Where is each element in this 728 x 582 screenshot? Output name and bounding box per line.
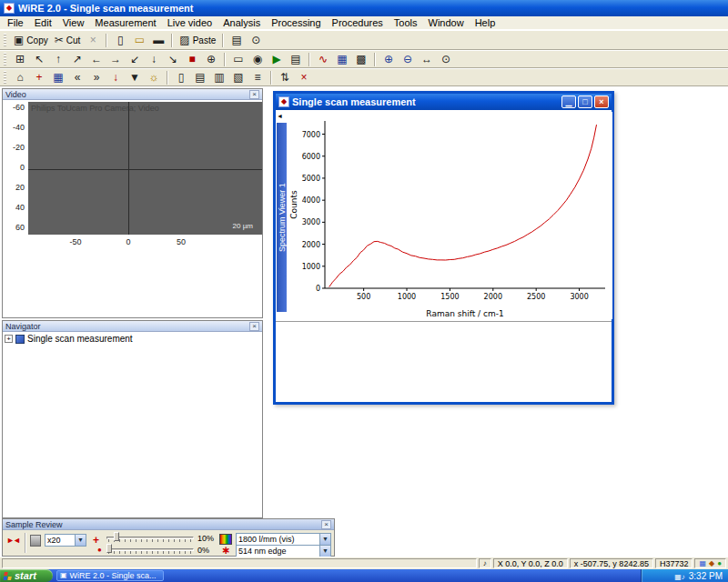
menu-item[interactable]: Window	[423, 17, 470, 28]
close-icon[interactable]: ×	[249, 90, 259, 99]
jog-left-icon[interactable]: ←	[87, 51, 106, 67]
spectrum-window-title-bar[interactable]: ◆ Single scan measurement ▁ □ ×	[276, 94, 612, 110]
print-preview-button[interactable]: ⊙	[247, 31, 265, 49]
chevron-down-icon[interactable]: ▼	[319, 546, 330, 557]
axis-tick-label: -50	[66, 237, 86, 246]
volume-status[interactable]: ♪	[479, 558, 491, 568]
focus-slider[interactable]	[106, 544, 194, 554]
menu-item[interactable]: View	[57, 17, 90, 28]
menu-item[interactable]: Procedures	[327, 17, 389, 28]
instrument-setup-icon[interactable]: ⌂	[11, 69, 29, 85]
grating-selector[interactable]: 1800 l/mm (vis) ▼	[236, 533, 331, 546]
focus-down-icon[interactable]: ↓	[106, 69, 125, 85]
stage-navigator-icon[interactable]: ⊞	[11, 51, 29, 67]
tree-expand-icon[interactable]: +	[5, 335, 13, 343]
sample-review-caption[interactable]: Sample Review ×	[3, 519, 334, 530]
paste-button[interactable]: ▨ Paste	[177, 31, 218, 49]
laser-shutter-icon[interactable]: ►◄	[6, 536, 19, 545]
jog-up-right-icon[interactable]: ↗	[68, 51, 86, 67]
copy-button[interactable]: ▣ Copy	[11, 31, 51, 49]
slider-thumb[interactable]	[114, 532, 119, 541]
beam-crosshair-icon[interactable]: +	[93, 534, 99, 547]
menu-item[interactable]: Help	[470, 17, 501, 28]
live-video-icon[interactable]: ▶	[268, 51, 286, 67]
queue-icon[interactable]: ⇅	[276, 69, 294, 85]
step-forward-icon[interactable]: »	[87, 69, 106, 85]
menu-item[interactable]: Tools	[389, 17, 423, 28]
save-file-button[interactable]: ▬	[149, 31, 167, 49]
clock[interactable]: 3:32 PM	[689, 571, 723, 581]
menu-item[interactable]: Edit	[29, 17, 57, 28]
toolbar-grip[interactable]	[4, 34, 6, 46]
filter-selector[interactable]: 514 nm edge ▼	[236, 545, 331, 557]
video-panel-caption[interactable]: Video ×	[3, 89, 262, 100]
fit-view-icon[interactable]: ⊙	[437, 51, 455, 67]
map-view-icon[interactable]: ▦	[333, 51, 351, 67]
menu-item[interactable]: Analysis	[217, 17, 266, 28]
spectrum-chart[interactable]: 5001000150020002500300001000200030004000…	[288, 112, 612, 319]
new-window-icon[interactable]: ▯	[172, 69, 190, 85]
objective-selector[interactable]: x20 ▼	[45, 534, 86, 547]
window-controls: ▁ □ ×	[560, 95, 609, 108]
jog-up-icon[interactable]: ↑	[49, 51, 67, 67]
beam-align-icon[interactable]: +	[30, 69, 48, 85]
report-icon[interactable]: ▤	[191, 69, 209, 85]
cut-button[interactable]: ✂ Cut	[52, 31, 84, 49]
video-options-icon[interactable]: ▤	[287, 51, 305, 67]
chevron-down-icon[interactable]: ▼	[319, 534, 330, 545]
slider-thumb[interactable]	[106, 544, 112, 553]
zoom-out-icon[interactable]: ⊖	[399, 51, 417, 67]
toolbar-button-icon: ↔	[421, 54, 432, 65]
grid-view-icon[interactable]: ▧	[229, 69, 248, 85]
layout-icon[interactable]: ▥	[210, 69, 228, 85]
jog-right-icon[interactable]: →	[106, 51, 125, 67]
maximize-button[interactable]: □	[578, 95, 592, 108]
toolbar-button-icon: ▭	[233, 54, 243, 65]
live-video-image[interactable]: Philips ToUcam Pro Camera; Video 20 µm	[28, 102, 262, 235]
jog-down-icon[interactable]: ↓	[145, 51, 163, 67]
menu-item[interactable]: Live video	[162, 17, 218, 28]
close-icon[interactable]: ×	[249, 322, 259, 331]
jog-up-left-icon[interactable]: ↖	[30, 51, 48, 67]
print-button[interactable]: ▤	[228, 31, 246, 49]
zoom-in-icon[interactable]: ⊕	[379, 51, 398, 67]
laser-power-slider[interactable]	[106, 532, 194, 542]
close-icon[interactable]: ×	[321, 520, 331, 529]
menu-item[interactable]: File	[2, 17, 29, 28]
abort-icon[interactable]: ×	[295, 69, 313, 85]
taskbar-item-wire[interactable]: ▣ WiRE 2.0 - Single sca...	[56, 570, 164, 581]
toolbar-grip[interactable]	[4, 53, 6, 65]
chevron-down-icon[interactable]: ▼	[75, 535, 86, 546]
toolbar-button-icon: ▶	[272, 54, 280, 65]
minimize-button[interactable]: ▁	[561, 95, 576, 108]
tray-volume-icon[interactable]: ♪	[682, 573, 685, 581]
navigator-panel-caption[interactable]: Navigator ×	[3, 321, 262, 332]
toolbar-grip[interactable]	[4, 71, 6, 84]
pan-view-icon[interactable]: ↔	[418, 51, 436, 67]
jog-down-right-icon[interactable]: ↘	[164, 51, 182, 67]
open-file-button[interactable]: ▭	[130, 31, 148, 49]
stage-map-icon[interactable]: ▦	[49, 69, 67, 85]
lamp-icon[interactable]: ☼	[145, 69, 163, 85]
notes-icon[interactable]: ≡	[248, 69, 267, 85]
toolbar-acquisition: ⌂ + ▦ « » ↓ ▼ ☼	[0, 68, 728, 86]
dock-arrow-icon[interactable]: ◄	[277, 113, 283, 119]
stage-stop-icon[interactable]: ■	[183, 51, 201, 67]
menu-item[interactable]: Measurement	[89, 17, 161, 28]
step-back-icon[interactable]: «	[68, 69, 86, 85]
tray-network-icon[interactable]: ▦	[674, 573, 682, 581]
filter-wheel-icon[interactable]: ▼	[126, 69, 144, 85]
tree-item-single-scan-measurement[interactable]: + Single scan measurement	[5, 334, 260, 344]
menu-item[interactable]: Processing	[266, 17, 326, 28]
tab-spectrum-viewer[interactable]: Spectrum Viewer 1	[277, 123, 287, 312]
stage-origin-icon[interactable]: ⊕	[202, 51, 220, 67]
montage-view-icon[interactable]: ▩	[352, 51, 370, 67]
jog-down-left-icon[interactable]: ↙	[126, 51, 144, 67]
camera-snapshot-icon[interactable]: ◉	[248, 51, 267, 67]
close-button[interactable]: ×	[594, 95, 609, 108]
spectrum-view-icon[interactable]: ∿	[314, 51, 332, 67]
video-window-icon[interactable]: ▭	[229, 51, 248, 67]
start-button[interactable]: start	[0, 569, 53, 582]
new-file-button[interactable]: ▯	[111, 31, 129, 49]
delete-button[interactable]: ×	[84, 31, 102, 49]
